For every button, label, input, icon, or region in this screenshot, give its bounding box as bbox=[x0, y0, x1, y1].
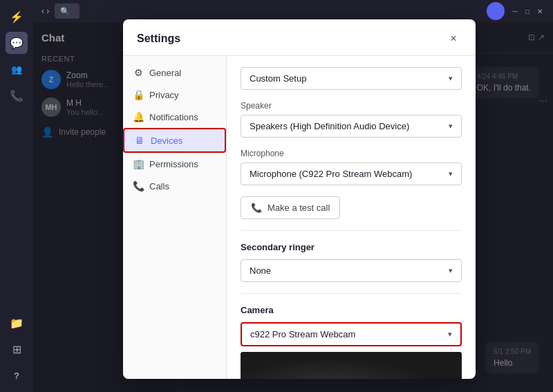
speaker-select[interactable]: Speakers (High Definition Audio Device) … bbox=[241, 115, 462, 138]
speaker-group: Speaker Speakers (High Definition Audio … bbox=[241, 101, 462, 138]
setup-group: Custom Setup ▾ bbox=[241, 67, 462, 90]
nav-label-privacy: Privacy bbox=[149, 90, 179, 100]
sidebar-item-activity[interactable]: ⚡ bbox=[6, 6, 28, 28]
nav-label-devices: Devices bbox=[151, 136, 182, 146]
close-window-button[interactable]: ✕ bbox=[535, 6, 545, 16]
test-call-group: 📞 Make a test call bbox=[241, 196, 462, 219]
setup-value: Custom Setup bbox=[250, 73, 306, 84]
speaker-arrow-icon: ▾ bbox=[449, 122, 453, 131]
secondary-ringer-value: None bbox=[250, 265, 271, 276]
permissions-icon: 🏢 bbox=[133, 158, 144, 169]
minimize-button[interactable]: ─ bbox=[510, 6, 520, 16]
modal-close-button[interactable]: × bbox=[445, 30, 462, 47]
sidebar-item-chat[interactable]: 💬 bbox=[6, 32, 28, 54]
search-icon: 🔍 bbox=[60, 7, 70, 16]
privacy-icon: 🔒 bbox=[133, 89, 144, 100]
sidebar-item-teams[interactable]: 👥 bbox=[6, 58, 28, 80]
nav-label-calls: Calls bbox=[149, 181, 169, 192]
nav-item-general[interactable]: ⚙ General bbox=[123, 62, 226, 84]
speaker-value: Speakers (High Definition Audio Device) bbox=[250, 121, 409, 131]
nav-label-notifications: Notifications bbox=[149, 112, 198, 122]
camera-select[interactable]: c922 Pro Stream Webcam ▾ bbox=[241, 322, 462, 346]
nav-item-calls[interactable]: 📞 Calls bbox=[123, 175, 226, 197]
settings-modal: Settings × ⚙ General 🔒 Privacy 🔔 Notific… bbox=[123, 19, 476, 379]
nav-item-notifications[interactable]: 🔔 Notifications bbox=[123, 106, 226, 128]
microphone-label: Microphone bbox=[241, 149, 462, 158]
test-call-icon: 📞 bbox=[251, 203, 262, 213]
speaker-label: Speaker bbox=[241, 101, 462, 111]
camera-preview: Preview bbox=[241, 352, 462, 379]
general-icon: ⚙ bbox=[133, 67, 144, 78]
modal-body: ⚙ General 🔒 Privacy 🔔 Notifications 🖥 De… bbox=[123, 56, 476, 379]
search-bar[interactable]: 🔍 bbox=[55, 3, 79, 19]
window-controls: ‹ › bbox=[41, 6, 49, 16]
camera-value: c922 Pro Stream Webcam bbox=[250, 329, 355, 339]
app-background: ⚡ 💬 👥 📞 📁 ⊞ ? ‹ › 🔍 ─ □ ✕ bbox=[0, 0, 553, 392]
setup-select[interactable]: Custom Setup ▾ bbox=[241, 67, 462, 90]
calls-icon: 📞 bbox=[133, 180, 144, 192]
nav-label-permissions: Permissions bbox=[149, 159, 198, 169]
user-avatar[interactable] bbox=[487, 2, 505, 20]
nav-label-general: General bbox=[149, 68, 181, 78]
window-action-controls: ─ □ ✕ bbox=[510, 6, 545, 16]
nav-item-permissions[interactable]: 🏢 Permissions bbox=[123, 153, 226, 175]
sidebar-item-files[interactable]: 📁 bbox=[6, 312, 28, 334]
secondary-ringer-title: Secondary ringer bbox=[241, 242, 462, 252]
microphone-value: Microphone (C922 Pro Stream Webcam) bbox=[250, 169, 412, 179]
microphone-group: Microphone Microphone (C922 Pro Stream W… bbox=[241, 149, 462, 185]
microphone-select[interactable]: Microphone (C922 Pro Stream Webcam) ▾ bbox=[241, 162, 462, 185]
modal-content: Custom Setup ▾ Speaker Speakers (High De… bbox=[227, 56, 476, 379]
nav-item-privacy[interactable]: 🔒 Privacy bbox=[123, 84, 226, 106]
notifications-icon: 🔔 bbox=[133, 111, 144, 122]
divider-2 bbox=[241, 293, 462, 294]
secondary-ringer-select[interactable]: None ▾ bbox=[241, 259, 462, 282]
microphone-arrow-icon: ▾ bbox=[449, 169, 453, 178]
camera-group: Camera c922 Pro Stream Webcam ▾ Preview bbox=[241, 305, 462, 379]
test-call-label: Make a test call bbox=[268, 203, 330, 213]
ringer-arrow-icon: ▾ bbox=[449, 266, 453, 275]
devices-icon: 🖥 bbox=[134, 135, 145, 146]
sidebar-item-help[interactable]: ? bbox=[6, 364, 28, 386]
settings-nav: ⚙ General 🔒 Privacy 🔔 Notifications 🖥 De… bbox=[123, 56, 227, 379]
secondary-ringer-group: Secondary ringer None ▾ bbox=[241, 242, 462, 282]
setup-arrow-icon: ▾ bbox=[449, 74, 453, 83]
maximize-button[interactable]: □ bbox=[523, 6, 532, 16]
divider bbox=[241, 230, 462, 231]
test-call-button[interactable]: 📞 Make a test call bbox=[241, 196, 340, 219]
nav-item-devices[interactable]: 🖥 Devices bbox=[123, 128, 226, 153]
sidebar-item-apps[interactable]: ⊞ bbox=[6, 338, 28, 360]
modal-title: Settings bbox=[137, 32, 180, 45]
sidebar: ⚡ 💬 👥 📞 📁 ⊞ ? bbox=[0, 0, 33, 392]
camera-title: Camera bbox=[241, 305, 462, 315]
sidebar-item-calls[interactable]: 📞 bbox=[6, 84, 28, 106]
camera-arrow-icon: ▾ bbox=[448, 330, 452, 339]
modal-header: Settings × bbox=[123, 19, 476, 56]
